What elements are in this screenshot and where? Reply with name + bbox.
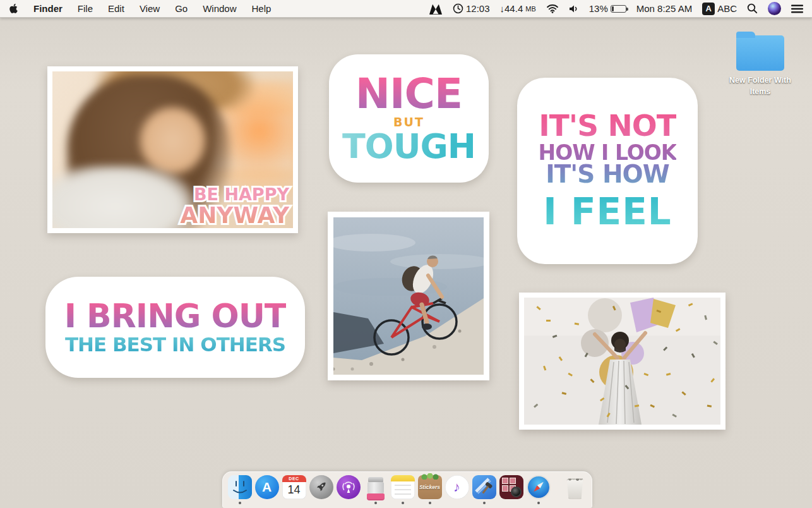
- feel-line-4: I FEEL: [543, 195, 672, 229]
- feel-line-1: IT'S NOT: [539, 112, 676, 140]
- feel-line-3: IT'S HOW: [546, 162, 669, 186]
- tough-line: TOUGH: [342, 130, 475, 162]
- happy-line-1: BE HAPPY: [180, 186, 289, 203]
- dock-app-music[interactable]: ♪: [445, 475, 469, 503]
- dock-app-xcode[interactable]: [472, 475, 496, 503]
- download-rate: ↓44.4: [500, 3, 523, 14]
- wifi-icon[interactable]: [546, 4, 559, 13]
- desktop: Finder File Edit View Go Window Help 12:…: [0, 0, 812, 508]
- dock-app-app-store[interactable]: A: [255, 475, 279, 503]
- dock-app-launchpad[interactable]: [309, 475, 333, 503]
- happy-line-2: ANYWAY: [180, 204, 289, 227]
- calendar-day: 14: [282, 482, 306, 498]
- podcasts-icon: [337, 475, 361, 499]
- nice-line: NICE: [355, 75, 462, 114]
- trash-full-icon: [563, 475, 587, 499]
- menu-file[interactable]: File: [78, 3, 93, 14]
- calendar-icon: DEC 14: [282, 475, 306, 499]
- mountain-m-status-icon[interactable]: [429, 3, 443, 15]
- input-source-icon: A: [702, 3, 715, 15]
- happy-overlay-text: BE HAPPY ANYWAY: [180, 186, 289, 227]
- network-throughput-item[interactable]: ↓44.4MB: [500, 3, 536, 14]
- apple-menu-icon[interactable]: [9, 3, 18, 14]
- folder-icon[interactable]: [736, 35, 784, 71]
- input-layout-label: ABC: [717, 3, 737, 14]
- menu-edit[interactable]: Edit: [108, 3, 124, 14]
- confetti-photo-image: [524, 298, 720, 425]
- timer-value: 12:03: [466, 3, 490, 14]
- dock-app-podcasts[interactable]: [337, 475, 361, 503]
- dock-app-photo-booth[interactable]: [499, 475, 523, 503]
- music-icon: ♪: [445, 475, 469, 499]
- dock-app-notes[interactable]: [391, 475, 415, 503]
- stickers-app-label: Stickers: [419, 484, 440, 490]
- launchpad-rocket-icon: [309, 475, 333, 499]
- dock-app-safari[interactable]: [527, 475, 551, 503]
- menu-finder[interactable]: Finder: [33, 3, 63, 14]
- timer-status-item[interactable]: 12:03: [453, 3, 490, 14]
- photo-sticker-mountain-biker[interactable]: [328, 212, 489, 380]
- safari-compass-icon: [527, 475, 551, 499]
- spotlight-search-icon[interactable]: [747, 3, 758, 14]
- folder-label[interactable]: New Folder With Items: [727, 75, 793, 97]
- camera-lens-icon: [511, 487, 522, 497]
- dock-app-calendar[interactable]: DEC 14: [282, 475, 306, 503]
- sticker-i-bring-out-the-best[interactable]: I BRING OUT THE BEST IN OTHERS: [45, 277, 305, 378]
- battery-status-item[interactable]: 13%: [589, 3, 626, 14]
- dock: A DEC 14: [222, 471, 592, 508]
- siri-icon[interactable]: [768, 2, 781, 15]
- stickers-app-icon: Stickers: [418, 475, 442, 499]
- menu-window[interactable]: Window: [203, 3, 236, 14]
- biker-photo-image: [333, 217, 484, 375]
- menu-view[interactable]: View: [140, 3, 160, 14]
- bring-line-2: THE BEST IN OTHERS: [65, 336, 285, 354]
- calendar-month: DEC: [282, 475, 306, 482]
- dock-app-finder[interactable]: [228, 475, 252, 503]
- dock-trash[interactable]: [563, 475, 587, 503]
- jar-app-icon: [364, 475, 388, 499]
- photo-sticker-be-happy-anyway[interactable]: BE HAPPY ANYWAY: [47, 66, 298, 233]
- dock-app-jar[interactable]: [364, 475, 388, 503]
- notification-center-icon[interactable]: [791, 4, 803, 13]
- volume-icon[interactable]: [569, 4, 579, 13]
- finder-icon: [228, 475, 252, 499]
- clock-icon: [453, 3, 463, 14]
- battery-icon: [611, 5, 626, 13]
- sticker-nice-but-tough[interactable]: NICE BUT TOUGH: [329, 54, 489, 183]
- happy-photo-image: BE HAPPY ANYWAY: [52, 71, 293, 228]
- clock-datetime[interactable]: Mon 8:25 AM: [636, 3, 692, 14]
- bring-line-1: I BRING OUT: [64, 301, 287, 332]
- photo-booth-icon: [499, 475, 523, 499]
- battery-percent: 13%: [589, 3, 608, 14]
- menu-help[interactable]: Help: [252, 3, 272, 14]
- photo-sticker-confetti-celebration[interactable]: [519, 293, 725, 430]
- input-source-item[interactable]: A ABC: [702, 3, 737, 15]
- menu-bar: Finder File Edit View Go Window Help 12:…: [0, 0, 812, 18]
- dock-app-stickers[interactable]: Stickers: [418, 475, 442, 503]
- sticker-its-how-i-feel[interactable]: IT'S NOT HOW I LOOK IT'S HOW I FEEL: [517, 78, 698, 264]
- stickers-leaves-icon: [421, 473, 439, 480]
- app-store-icon: A: [255, 475, 279, 499]
- notes-icon: [391, 475, 415, 499]
- xcode-icon: [472, 475, 496, 499]
- desktop-folder[interactable]: New Folder With Items: [727, 29, 793, 97]
- menu-go[interactable]: Go: [175, 3, 188, 14]
- download-unit: MB: [525, 5, 536, 13]
